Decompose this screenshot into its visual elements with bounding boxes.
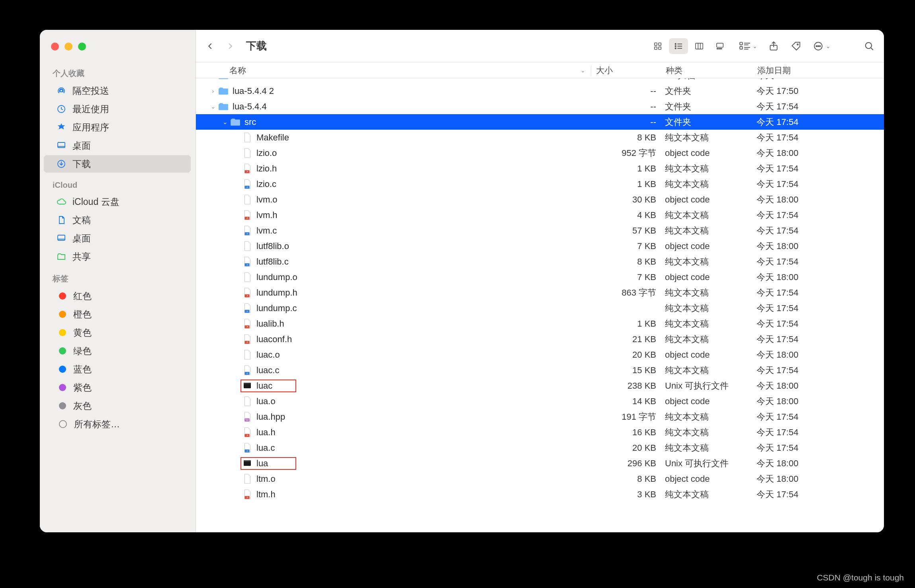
sort-chevron-icon: ⌄ bbox=[581, 67, 585, 74]
tag-dot-icon bbox=[59, 384, 66, 391]
search-button[interactable] bbox=[863, 41, 875, 51]
maximize-button[interactable] bbox=[78, 43, 86, 51]
nav-forward-button[interactable] bbox=[221, 37, 239, 55]
file-size: -- bbox=[591, 86, 665, 96]
svg-rect-61 bbox=[244, 383, 251, 384]
sidebar-item-icloud[interactable]: iCloud 云盘 bbox=[44, 193, 191, 210]
sidebar-item-apps[interactable]: 应用程序 bbox=[44, 119, 191, 136]
file-row[interactable]: · Makefile 8 KB 纯文本文稿 今天 17:54 bbox=[196, 130, 884, 145]
file-date: 今天 17:54 bbox=[757, 178, 884, 190]
sidebar-item-airdrop[interactable]: 隔空投送 bbox=[44, 82, 191, 99]
airdrop-icon bbox=[56, 85, 67, 96]
sidebar-item-shared[interactable]: 共享 bbox=[44, 248, 191, 265]
column-size[interactable]: 大小 bbox=[591, 65, 665, 76]
file-row[interactable]: · lua.o 14 KB object code 今天 18:00 bbox=[196, 393, 884, 409]
tags-button[interactable] bbox=[790, 41, 802, 51]
svg-text:.c: .c bbox=[246, 372, 248, 374]
file-row[interactable]: · lutf8lib.o 7 KB object code 今天 18:00 bbox=[196, 238, 884, 254]
folder-row[interactable]: ⌄ src -- 文件夹 今天 17:54 bbox=[196, 114, 884, 130]
file-row[interactable]: · .c luac.c 15 KB 纯文本文稿 今天 17:54 bbox=[196, 362, 884, 378]
file-size: 4 KB bbox=[591, 210, 665, 220]
file-name: lvm.h bbox=[256, 210, 278, 220]
file-row[interactable]: · .c lvm.c 57 KB 纯文本文稿 今天 17:54 bbox=[196, 223, 884, 238]
file-size: 20 KB bbox=[591, 350, 665, 360]
view-list-button[interactable] bbox=[669, 38, 688, 54]
file-row[interactable]: · .h lzio.h 1 KB 纯文本文稿 今天 17:54 bbox=[196, 161, 884, 176]
file-row[interactable]: · .h lundump.h 863 字节 纯文本文稿 今天 17:54 bbox=[196, 285, 884, 300]
file-row[interactable]: · .c lzio.c 1 KB 纯文本文稿 今天 17:54 bbox=[196, 176, 884, 192]
file-size: 16 KB bbox=[591, 427, 665, 438]
file-row[interactable]: · .c lundump.c 纯文本文稿 今天 17:54 bbox=[196, 300, 884, 316]
sidebar-tag[interactable]: 蓝色 bbox=[44, 360, 191, 378]
file-row[interactable]: · luac.o 20 KB object code 今天 18:00 bbox=[196, 347, 884, 362]
file-row[interactable]: · .h lua.h 16 KB 纯文本文稿 今天 17:54 bbox=[196, 424, 884, 440]
disclosure-icon[interactable]: ⌄ bbox=[209, 103, 217, 110]
file-kind: 文件夹 bbox=[665, 116, 757, 128]
file-row[interactable]: · hpp lua.hpp 191 字节 纯文本文稿 今天 17:54 bbox=[196, 409, 884, 424]
column-kind[interactable]: 种类 bbox=[665, 65, 757, 76]
shared-icon bbox=[56, 251, 67, 262]
folder-row[interactable]: · lua-5.4.4.tar 1.4 MB tar 归档 今天 17:49 bbox=[196, 78, 884, 83]
sidebar-all-tags[interactable]: 所有标签… bbox=[44, 415, 191, 433]
svg-rect-6 bbox=[58, 235, 65, 240]
file-row[interactable]: · .c lutf8lib.c 8 KB 纯文本文稿 今天 17:54 bbox=[196, 254, 884, 269]
exec-icon bbox=[242, 381, 252, 391]
column-name[interactable]: 名称 ⌄ bbox=[196, 65, 591, 76]
file-row[interactable]: · .h lvm.h 4 KB 纯文本文稿 今天 17:54 bbox=[196, 207, 884, 223]
share-button[interactable] bbox=[768, 41, 780, 51]
file-list[interactable]: · lua-5.4.4.tar 1.4 MB tar 归档 今天 17:49 ›… bbox=[196, 78, 884, 532]
file-row[interactable]: · .h luaconf.h 21 KB 纯文本文稿 今天 17:54 bbox=[196, 331, 884, 347]
column-date[interactable]: 添加日期 bbox=[757, 65, 884, 76]
sidebar-tag[interactable]: 黄色 bbox=[44, 324, 191, 341]
sidebar-tag[interactable]: 红色 bbox=[44, 287, 191, 305]
file-icon: .c bbox=[242, 257, 252, 267]
file-size: 7 KB bbox=[591, 241, 665, 251]
sidebar-item-docs[interactable]: 文稿 bbox=[44, 211, 191, 229]
file-row[interactable]: · lzio.o 952 字节 object code 今天 18:00 bbox=[196, 145, 884, 161]
sidebar-item-label: 隔空投送 bbox=[72, 85, 109, 97]
svg-rect-26 bbox=[740, 42, 742, 45]
file-name: lzio.h bbox=[256, 164, 277, 174]
file-icon: .h bbox=[242, 210, 252, 220]
tag-dot-icon bbox=[59, 292, 66, 300]
svg-rect-24 bbox=[719, 48, 720, 49]
file-row[interactable]: · .h ltm.h 3 KB 纯文本文稿 今天 17:54 bbox=[196, 487, 884, 502]
tag-dot-icon bbox=[59, 366, 66, 373]
file-date: 今天 18:00 bbox=[757, 147, 884, 159]
file-date: 今天 17:50 bbox=[757, 85, 884, 97]
folder-row[interactable]: › lua-5.4.4 2 -- 文件夹 今天 17:50 bbox=[196, 83, 884, 99]
file-row[interactable]: · lundump.o 7 KB object code 今天 18:00 bbox=[196, 269, 884, 285]
file-icon bbox=[242, 132, 252, 143]
disclosure-icon[interactable]: › bbox=[209, 88, 217, 94]
file-size: 7 KB bbox=[591, 272, 665, 282]
file-name: lundump.o bbox=[256, 272, 297, 282]
sidebar-tag[interactable]: 橙色 bbox=[44, 306, 191, 323]
sidebar-item-desktop[interactable]: 桌面 bbox=[44, 137, 191, 154]
group-by-button[interactable]: ⌄ bbox=[739, 41, 757, 51]
sidebar-tag[interactable]: 绿色 bbox=[44, 342, 191, 360]
file-date: 今天 17:54 bbox=[757, 116, 884, 128]
file-row[interactable]: · .h lualib.h 1 KB 纯文本文稿 今天 17:54 bbox=[196, 316, 884, 331]
file-row[interactable]: · lua 296 KB Unix 可执行文件 今天 18:00 bbox=[196, 456, 884, 471]
actions-button[interactable]: ⌄ bbox=[812, 41, 831, 51]
sidebar-item-downloads[interactable]: 下载 bbox=[44, 155, 191, 173]
nav-back-button[interactable] bbox=[201, 37, 219, 55]
view-gallery-button[interactable] bbox=[710, 38, 729, 54]
disclosure-icon[interactable]: ⌄ bbox=[221, 119, 229, 126]
file-row[interactable]: · lvm.o 30 KB object code 今天 18:00 bbox=[196, 192, 884, 207]
file-row[interactable]: · .c lua.c 20 KB 纯文本文稿 今天 17:54 bbox=[196, 440, 884, 456]
sidebar-item-desktop[interactable]: 桌面 bbox=[44, 230, 191, 247]
close-button[interactable] bbox=[51, 43, 59, 51]
view-icons-button[interactable] bbox=[648, 38, 667, 54]
view-columns-button[interactable] bbox=[690, 38, 709, 54]
sidebar-item-recents[interactable]: 最近使用 bbox=[44, 100, 191, 118]
file-row[interactable]: · luac 238 KB Unix 可执行文件 今天 18:00 bbox=[196, 378, 884, 393]
folder-row[interactable]: ⌄ lua-5.4.4 -- 文件夹 今天 17:54 bbox=[196, 99, 884, 114]
tag-dot-icon bbox=[59, 402, 66, 409]
sidebar-tag[interactable]: 灰色 bbox=[44, 397, 191, 415]
sidebar-tag[interactable]: 紫色 bbox=[44, 379, 191, 396]
svg-text:.h: .h bbox=[246, 434, 248, 436]
minimize-button[interactable] bbox=[65, 43, 72, 51]
svg-point-38 bbox=[866, 42, 872, 48]
file-row[interactable]: · ltm.o 8 KB object code 今天 18:00 bbox=[196, 471, 884, 487]
